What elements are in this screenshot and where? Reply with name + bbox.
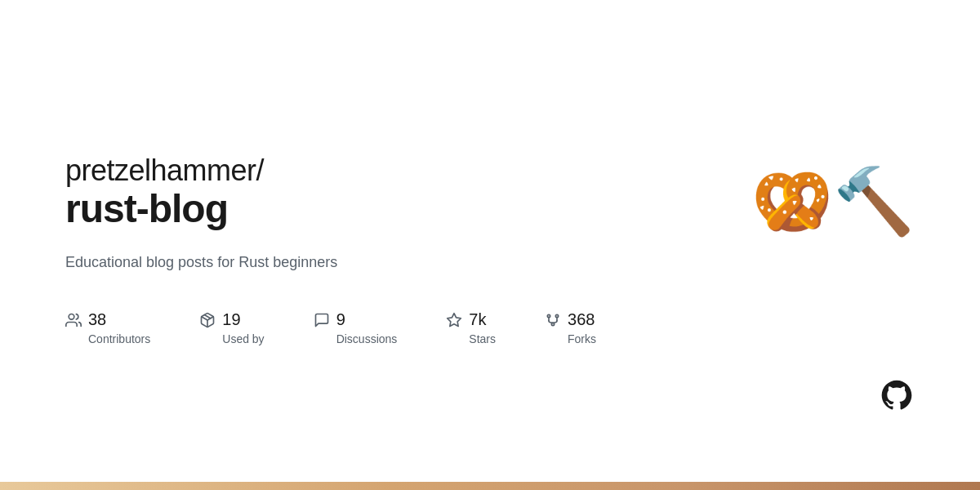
stat-stars-top: 7k [446, 310, 486, 329]
bottom-bar [0, 482, 980, 490]
stat-used-by[interactable]: 19 Used by [199, 310, 264, 345]
contributors-count: 38 [88, 310, 106, 329]
used-by-label: Used by [222, 332, 264, 345]
stat-discussions-top: 9 [314, 310, 345, 329]
svg-point-0 [69, 314, 74, 320]
repo-name[interactable]: rust-blog [65, 188, 264, 231]
contributors-label: Contributors [88, 332, 150, 345]
repo-title-block: pretzelhammer/ rust-blog [65, 153, 264, 231]
fork-icon [545, 311, 561, 329]
svg-marker-3 [448, 314, 461, 327]
stat-stars[interactable]: 7k Stars [446, 310, 496, 345]
stat-forks-top: 368 [545, 310, 595, 329]
comment-icon [314, 311, 330, 329]
star-icon [446, 311, 462, 329]
package-icon [199, 311, 216, 329]
discussions-label: Discussions [336, 332, 398, 345]
github-icon [879, 377, 915, 413]
stars-label: Stars [469, 332, 496, 345]
repo-owner[interactable]: pretzelhammer/ [65, 153, 264, 188]
forks-label: Forks [568, 332, 596, 345]
discussions-count: 9 [336, 310, 345, 329]
repo-header: pretzelhammer/ rust-blog 🥨🔨 [65, 153, 915, 234]
stats-row: 38 Contributors 19 Used by [65, 310, 915, 345]
repo-description: Educational blog posts for Rust beginner… [65, 254, 915, 271]
github-icon-area[interactable] [879, 377, 915, 416]
used-by-count: 19 [222, 310, 240, 329]
stat-contributors-top: 38 [65, 310, 106, 329]
stat-contributors[interactable]: 38 Contributors [65, 310, 150, 345]
people-icon [65, 311, 82, 329]
forks-count: 368 [568, 310, 595, 329]
stars-count: 7k [469, 310, 486, 329]
stat-forks[interactable]: 368 Forks [545, 310, 596, 345]
stat-discussions[interactable]: 9 Discussions [314, 310, 398, 345]
svg-line-1 [205, 315, 212, 318]
stat-used-by-top: 19 [199, 310, 240, 329]
main-content: pretzelhammer/ rust-blog 🥨🔨 Educational … [0, 0, 980, 482]
repo-emoji: 🥨🔨 [751, 169, 915, 234]
